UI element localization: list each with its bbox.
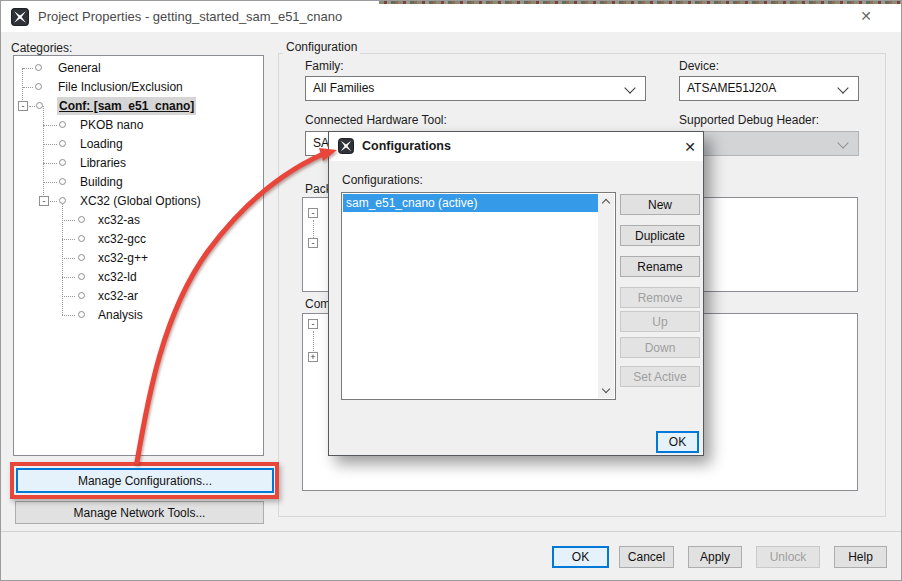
node-icon (59, 140, 66, 147)
configurations-dialog: Configurations ✕ Configurations: sam_e51… (328, 131, 704, 456)
tree-item-label[interactable]: Conf: [sam_e51_cnano] (57, 97, 196, 115)
close-icon[interactable]: ✕ (849, 1, 883, 32)
tree-item-file-inclusion[interactable]: File Inclusion/Exclusion (14, 78, 263, 96)
device-value: ATSAME51J20A (687, 81, 776, 95)
up-button: Up (620, 311, 700, 332)
window-titlebar: Project Properties - getting_started_sam… (1, 1, 901, 32)
node-icon (78, 235, 85, 242)
debug-header-label: Supported Debug Header: (679, 113, 819, 127)
tree-connector (313, 331, 314, 351)
configurations-list[interactable]: sam_e51_cnano (active) (341, 192, 616, 400)
tree-item-label[interactable]: xc32-ld (98, 268, 137, 286)
family-label: Family: (305, 59, 344, 73)
tree-item-building[interactable]: Building (14, 173, 263, 191)
tree-item-label[interactable]: Loading (80, 135, 123, 153)
node-icon (59, 121, 66, 128)
tree-item-pkob-nano[interactable]: PKOB nano (14, 116, 263, 134)
expander-icon[interactable]: - (18, 101, 28, 111)
family-value: All Families (313, 81, 374, 95)
configuration-group-label: Configuration (283, 40, 360, 54)
tree-item-loading[interactable]: Loading (14, 135, 263, 153)
dialog-titlebar: Configurations ✕ (329, 132, 703, 161)
tree-item-xc32-as[interactable]: xc32-as (14, 211, 263, 229)
node-icon (78, 216, 85, 223)
tree-item-label[interactable]: xc32-as (98, 211, 140, 229)
tree-item-label[interactable]: File Inclusion/Exclusion (58, 78, 183, 96)
chevron-down-icon (624, 82, 635, 93)
scrollbar[interactable] (598, 194, 614, 398)
chevron-up-icon[interactable] (602, 199, 610, 207)
expander-icon[interactable]: - (308, 238, 318, 248)
chevron-down-icon[interactable] (602, 385, 610, 393)
node-icon (78, 292, 85, 299)
tree-item-xc32-ld[interactable]: xc32-ld (14, 268, 263, 286)
ok-button[interactable]: OK (552, 546, 609, 568)
debug-header-select (679, 131, 859, 156)
tree-item-xc32-gcc[interactable]: xc32-gcc (14, 230, 263, 248)
node-icon (59, 159, 66, 166)
node-icon (35, 64, 42, 71)
configurations-list-label: Configurations: (342, 173, 423, 187)
chevron-down-icon (837, 82, 848, 93)
expander-icon[interactable]: - (39, 196, 49, 206)
tree-item-xc32-gpp[interactable]: xc32-g++ (14, 249, 263, 267)
background-edge-artifact (379, 1, 902, 4)
project-properties-window: Project Properties - getting_started_sam… (0, 0, 902, 581)
annotation-box (10, 462, 279, 499)
tree-item-label[interactable]: xc32-g++ (98, 249, 148, 267)
manage-network-tools-button[interactable]: Manage Network Tools... (15, 501, 264, 524)
tree-item-analysis[interactable]: Analysis (14, 306, 263, 324)
remove-button: Remove (620, 287, 700, 308)
help-button[interactable]: Help (834, 546, 887, 568)
tree-item-label[interactable]: xc32-ar (98, 287, 138, 305)
mplab-logo-icon (11, 8, 29, 26)
tree-item-label[interactable]: Analysis (98, 306, 143, 324)
dialog-ok-button[interactable]: OK (656, 431, 699, 453)
mplab-logo-icon (338, 138, 354, 154)
family-select[interactable]: All Families (305, 76, 646, 101)
set-active-button: Set Active (620, 366, 700, 387)
tree-connector (313, 220, 314, 238)
node-icon (78, 273, 85, 280)
down-button: Down (620, 337, 700, 358)
node-icon (78, 311, 85, 318)
node-icon (35, 83, 42, 90)
tree-item-xc32-ar[interactable]: xc32-ar (14, 287, 263, 305)
tree-item-label[interactable]: Building (80, 173, 123, 191)
tree-item-label[interactable]: XC32 (Global Options) (80, 192, 201, 210)
duplicate-button[interactable]: Duplicate (620, 225, 700, 246)
close-icon[interactable]: ✕ (678, 136, 702, 158)
unlock-button: Unlock (756, 546, 820, 568)
footer-separator (1, 531, 902, 532)
tree-item-general[interactable]: General (14, 59, 263, 77)
hardware-tool-label: Connected Hardware Tool: (305, 113, 447, 127)
list-item[interactable]: sam_e51_cnano (active) (343, 194, 599, 212)
cancel-button[interactable]: Cancel (619, 546, 674, 568)
node-icon (36, 102, 43, 109)
tree-item-conf[interactable]: - Conf: [sam_e51_cnano] (14, 97, 263, 115)
tree-item-label[interactable]: General (58, 59, 101, 77)
chevron-down-icon (837, 137, 848, 148)
expander-icon[interactable]: + (308, 352, 318, 362)
window-title: Project Properties - getting_started_sam… (38, 1, 342, 32)
tree-item-xc32[interactable]: - XC32 (Global Options) (14, 192, 263, 210)
categories-label: Categories: (11, 41, 72, 55)
device-label: Device: (679, 59, 719, 73)
node-icon (59, 197, 66, 204)
expander-icon[interactable]: - (308, 319, 318, 329)
tree-item-libraries[interactable]: Libraries (14, 154, 263, 172)
node-icon (59, 178, 66, 185)
tree-item-label[interactable]: Libraries (80, 154, 126, 172)
tree-item-label[interactable]: xc32-gcc (98, 230, 146, 248)
tree-item-label[interactable]: PKOB nano (80, 116, 143, 134)
apply-button[interactable]: Apply (688, 546, 742, 568)
device-select[interactable]: ATSAME51J20A (679, 76, 859, 101)
expander-icon[interactable]: - (308, 208, 318, 218)
dialog-title: Configurations (362, 132, 451, 161)
new-button[interactable]: New (620, 194, 700, 215)
node-icon (78, 254, 85, 261)
rename-button[interactable]: Rename (620, 256, 700, 277)
categories-tree-panel: General File Inclusion/Exclusion - Conf:… (13, 55, 264, 456)
